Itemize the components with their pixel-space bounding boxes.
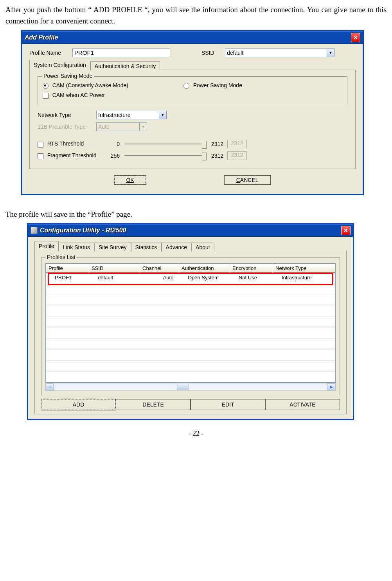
add-button[interactable]: ADD bbox=[41, 399, 116, 410]
network-type-input[interactable] bbox=[96, 111, 167, 119]
tab-auth-security[interactable]: Authentication & Security bbox=[90, 61, 160, 70]
scroll-thumb[interactable] bbox=[177, 384, 189, 390]
titlebar[interactable]: Add Profile ✕ bbox=[22, 31, 363, 44]
checkbox-rts[interactable]: RTS Threshold bbox=[38, 140, 104, 147]
tab-link-status[interactable]: Link Status bbox=[59, 243, 94, 252]
close-icon[interactable]: ✕ bbox=[341, 226, 351, 235]
chevron-down-icon: ▼ bbox=[139, 123, 147, 131]
frag-max: 2312 bbox=[211, 153, 223, 159]
ssid-input[interactable] bbox=[225, 49, 334, 57]
checkbox-icon bbox=[38, 142, 43, 147]
radio-psm[interactable]: Power Saving Mode bbox=[183, 82, 242, 89]
chevron-down-icon[interactable]: ▼ bbox=[159, 111, 166, 119]
preamble-label: 11B Preamble Type bbox=[38, 124, 96, 130]
tab-page: Profiles List Profile SSID Channel Authe… bbox=[34, 251, 347, 414]
rts-min: 0 bbox=[104, 141, 120, 147]
chevron-down-icon[interactable]: ▼ bbox=[327, 49, 334, 57]
profile-name-label: Profile Name bbox=[29, 50, 72, 56]
titlebar[interactable]: Configuration Utility - Rt2500 ✕ bbox=[28, 224, 353, 237]
tabs: Profile Link Status Site Survey Statisti… bbox=[34, 241, 347, 251]
list-header: Profile SSID Channel Authentication Encr… bbox=[46, 264, 335, 273]
network-type-label: Network Type bbox=[38, 112, 96, 118]
checkbox-fragment[interactable]: Fragment Threshold bbox=[38, 152, 104, 159]
radio-icon bbox=[43, 83, 49, 89]
tab-about[interactable]: About bbox=[191, 243, 214, 252]
scroll-right-icon[interactable]: ▶ bbox=[327, 383, 335, 390]
col-profile[interactable]: Profile bbox=[46, 264, 89, 273]
col-ssid[interactable]: SSID bbox=[89, 264, 140, 273]
ok-button[interactable]: OK bbox=[114, 176, 146, 184]
window-title: Add Profile bbox=[25, 34, 351, 41]
delete-button[interactable]: DELETE bbox=[116, 399, 191, 410]
tabs: System Configuration Authentication & Se… bbox=[29, 59, 356, 70]
config-utility-window: Configuration Utility - Rt2500 ✕ Profile… bbox=[27, 223, 354, 420]
frag-min: 256 bbox=[104, 153, 120, 159]
rts-value: 2312 bbox=[227, 140, 247, 148]
frag-value: 2312 bbox=[227, 151, 247, 160]
page-number: - 22 - bbox=[5, 430, 387, 438]
close-icon[interactable]: ✕ bbox=[351, 33, 360, 42]
profiles-list-group: Profiles List Profile SSID Channel Authe… bbox=[41, 257, 340, 395]
list-body[interactable]: PROF1 default Auto Open System Not Use I… bbox=[46, 273, 335, 383]
col-channel[interactable]: Channel bbox=[140, 264, 179, 273]
add-profile-window: Add Profile ✕ Profile Name SSID ▼ System… bbox=[21, 30, 364, 195]
checkbox-icon bbox=[38, 153, 43, 159]
horizontal-scrollbar[interactable]: ◀ ▶ bbox=[45, 383, 336, 391]
gridlines bbox=[46, 282, 335, 382]
mid-text: The profile will save in the “Profile” p… bbox=[5, 209, 387, 220]
checkbox-cam-ac[interactable]: CAM when AC Power bbox=[43, 92, 105, 99]
tab-statistics[interactable]: Statistics bbox=[131, 243, 162, 252]
col-nettype[interactable]: Network Type bbox=[273, 264, 335, 273]
window-title: Configuration Utility - Rt2500 bbox=[40, 227, 341, 234]
power-saving-group: Power Saving Mode CAM (Constantly Awake … bbox=[38, 76, 347, 105]
profile-name-input[interactable] bbox=[72, 49, 170, 57]
edit-button[interactable]: EDIT bbox=[191, 399, 265, 410]
group-legend: Power Saving Mode bbox=[42, 73, 94, 79]
ssid-label: SSID bbox=[201, 50, 225, 56]
radio-cam[interactable]: CAM (Constantly Awake Mode) bbox=[43, 82, 183, 89]
ssid-combo[interactable]: ▼ bbox=[225, 49, 334, 57]
network-type-combo[interactable]: ▼ bbox=[96, 111, 167, 119]
cell: Not Use bbox=[239, 275, 282, 281]
table-row[interactable]: PROF1 default Auto Open System Not Use I… bbox=[46, 273, 335, 282]
radio-icon bbox=[183, 83, 189, 89]
col-encryption[interactable]: Encryption bbox=[230, 264, 273, 273]
group-legend: Profiles List bbox=[45, 254, 77, 260]
preamble-combo: ▼ bbox=[96, 122, 147, 131]
scroll-left-icon[interactable]: ◀ bbox=[46, 383, 54, 390]
app-icon bbox=[31, 227, 38, 234]
cell: Auto bbox=[149, 275, 188, 281]
tab-advance[interactable]: Advance bbox=[162, 243, 191, 252]
rts-max: 2312 bbox=[211, 141, 223, 147]
cancel-button[interactable]: CANCEL bbox=[224, 175, 271, 185]
tab-site-survey[interactable]: Site Survey bbox=[94, 243, 131, 252]
frag-slider[interactable] bbox=[124, 152, 207, 160]
cell: PROF1 bbox=[49, 275, 98, 281]
tab-system-configuration[interactable]: System Configuration bbox=[29, 60, 90, 70]
cell: Infrastructure bbox=[282, 275, 333, 281]
cell: Open System bbox=[188, 275, 239, 281]
col-auth[interactable]: Authentication bbox=[179, 264, 230, 273]
tab-profile[interactable]: Profile bbox=[34, 241, 59, 251]
checkbox-icon bbox=[43, 93, 49, 99]
button-row: ADD DELETE EDIT ACTIVATE bbox=[41, 399, 340, 410]
tab-page: Power Saving Mode CAM (Constantly Awake … bbox=[29, 70, 356, 169]
intro-text: After you push the bottom “ ADD PROFILE … bbox=[5, 4, 387, 27]
activate-button[interactable]: ACTIVATE bbox=[265, 399, 340, 410]
cell: default bbox=[98, 275, 149, 281]
rts-slider[interactable] bbox=[124, 140, 207, 148]
